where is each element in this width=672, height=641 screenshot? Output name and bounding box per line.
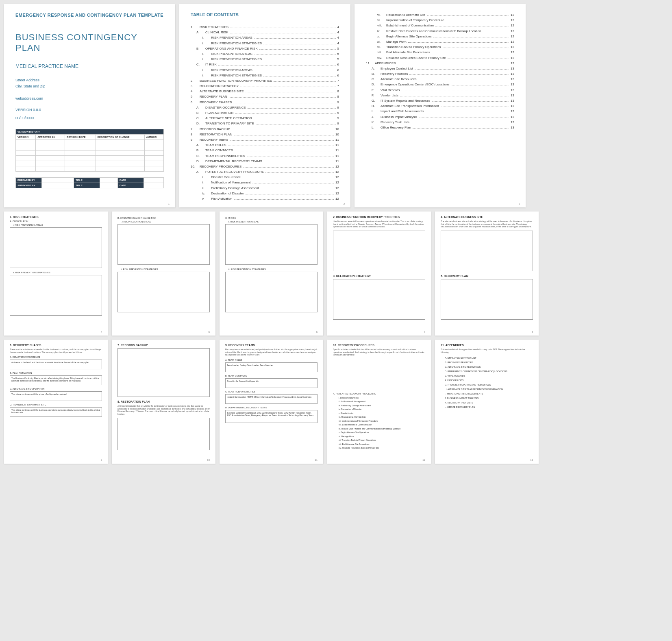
sub-prev-areas: i. RISK PREVENTION AREAS	[225, 220, 318, 223]
body-text: Recovery teams are established, and part…	[225, 348, 318, 356]
list-item: iii. Preliminary Damage Assessment	[339, 404, 425, 408]
web-address: webaddress.com	[15, 96, 164, 100]
toc-entry: A.CLINICAL RISK4	[191, 30, 339, 35]
toc-entry: G.IT System Reports and Resources13	[366, 98, 514, 103]
content-box	[441, 231, 533, 271]
list-item: B. RECOVERY PRIORITIES	[445, 360, 533, 365]
toc-entry: C.IT RISK6	[191, 62, 339, 67]
toc-entry: 4.ALTERNATE BUSINESS SITE8	[191, 89, 339, 94]
toc-entry: i.RISK PREVENTION AREAS4	[191, 35, 339, 40]
toc-entry: B.Recovery Priorities13	[366, 71, 514, 76]
list-item: A. EMPLOYEE CONTACT LIST	[445, 356, 533, 360]
body-text: Used to recover essential business opera…	[333, 220, 425, 228]
page-8: 4. ALTERNATE BUSINESS SITE The alternate…	[435, 211, 539, 336]
toc-entry: B.TEAM CONTACTS11	[191, 148, 339, 153]
list-item: C. ALTERNATE SITE RESOURCES	[445, 365, 533, 369]
toc-entry: D.DEPARTMENTAL RECOVERY TEAMS11	[191, 159, 339, 164]
toc-entry: ix.Restore Data Process and Communicatio…	[366, 28, 514, 34]
toc-entry: 6.RECOVERY PHASES9	[191, 100, 339, 105]
approved-by-label: APPROVED BY	[16, 183, 42, 188]
sec-alt-site: 4. ALTERNATE BUSINESS SITE	[441, 216, 533, 218]
toc-entry: i.Disaster Occurrence12	[191, 174, 339, 180]
col-revdate: REVISION DATE	[65, 135, 96, 140]
content-box	[117, 418, 210, 450]
template-header: EMERGENCY RESPONSE AND CONTINGENCY PLAN …	[15, 12, 164, 18]
page-10: 7. RECORDS BACKUP 8. RESTORATION PLAN Al…	[112, 340, 215, 464]
content-box	[117, 348, 210, 397]
sub-prev-strat: ii. RISK PREVENTION STRATEGIES	[117, 268, 210, 270]
page-number: 2	[344, 203, 345, 205]
content-box	[10, 275, 102, 316]
list-item: xiv. Relocate Resources Back to Primary …	[339, 446, 425, 450]
toc-entry: vi.Relocation to Alternate Site12	[366, 12, 514, 17]
page-11: 9. RECOVERY TEAMS Recovery teams are est…	[220, 340, 323, 464]
content-box	[225, 224, 318, 265]
address-line2: City, State and Zip	[15, 83, 164, 89]
toc-entry: 9.RECOVERY Teams11	[191, 137, 339, 142]
doc-title: BUSINESS CONTINGENCY PLAN	[15, 32, 164, 53]
sub-ops-finance: B. OPERATIONS AND FINANCE RISK	[117, 217, 210, 219]
sub-plan-activation: B. PLAN ACTIVATION	[10, 372, 102, 374]
page-1: EMERGENCY RESPONSE AND CONTINGENCY PLAN …	[4, 4, 175, 207]
toc-header: TABLE OF CONTENTS	[191, 12, 339, 17]
body-text: All important records that are vital to …	[117, 405, 210, 415]
sub-team-contacts: B. TEAM CONTACTS	[225, 375, 318, 377]
sub-team-roles: A. TEAM ROLES	[225, 359, 318, 361]
toc-entry: D.TRANSITION TO PRIMARY SITE9	[191, 121, 339, 126]
page-number: 12	[422, 459, 425, 461]
content-box	[333, 231, 425, 271]
list-item: xiii. End Alternate Site Procedures	[339, 443, 425, 447]
toc-entry: xiv.Relocate Resources Back to Primary S…	[366, 55, 514, 61]
table-row	[16, 150, 164, 156]
toc-entry: 5.RECOVERY PLAN8	[191, 94, 339, 99]
toc-entry: ii.RISK PREVENTION STRATEGIES6	[191, 73, 339, 78]
signoff-table: PREPARED BYTITLEDATE APPROVED BYTITLEDAT…	[15, 177, 164, 188]
date-label: DATE	[118, 178, 144, 183]
list-item: K. RECOVERY TASK LISTS	[445, 401, 533, 405]
toc-entry: I.Impact and Risk Assessments13	[366, 109, 514, 114]
content-box: A disaster is declared, and decisions ar…	[10, 360, 102, 369]
toc-entry: i.RISK PREVENTION AREAS5	[191, 51, 339, 57]
sec-recovery-teams: 9. RECOVERY TEAMS	[225, 344, 318, 347]
sub-it-risk: C. IT RISK	[225, 217, 318, 219]
list-item: iv. Declaration of Disaster	[339, 408, 425, 412]
toc-entry: C.ALTERNATE SITE OPERATION9	[191, 116, 339, 121]
content-box: Business Continuity Coordinator, EOC Com…	[225, 410, 318, 423]
list-item: x. Begin Alternate Site Operations	[339, 431, 425, 435]
procedure-list: i. Disaster Occurrenceii. Notification o…	[333, 396, 425, 450]
toc-entry: 10.RECOVERY PROCEDURES12	[191, 164, 339, 169]
sub-prev-areas: i. RISK PREVENTION AREAS	[117, 220, 210, 223]
page-2: TABLE OF CONTENTS 1.RISK STRATEGIES4A.CL…	[179, 4, 350, 207]
sub-clinical: A. CLINICAL RISK	[10, 220, 102, 222]
page-4: 1. RISK STRATEGIES A. CLINICAL RISK i. R…	[4, 211, 108, 336]
page-7: 2. BUSINESS FUNCTION RECOVERY PRIORITIES…	[327, 211, 431, 336]
toc-entry: xiii.End Alternate Site Procedures12	[366, 50, 514, 55]
page-number: 1	[168, 203, 170, 205]
list-item: vi. Relocation to Alternate Site	[339, 415, 425, 419]
col-version: VERSION	[16, 135, 36, 140]
page-number: 11	[315, 459, 318, 461]
toc-entry: L.Office Recovery Plan13	[366, 125, 514, 130]
version: VERSION 0.0.0	[15, 108, 164, 112]
toc-entry: C.TEAM RESPONSIBILITIES11	[191, 153, 339, 159]
sec-relocation: 3. RELOCATION STRATEGY	[333, 275, 425, 277]
page-5: B. OPERATIONS AND FINANCE RISK i. RISK P…	[112, 211, 215, 336]
col-author: AUTHOR	[144, 135, 163, 140]
page-number: 9	[101, 459, 102, 461]
toc-entry: E.Vital Records13	[366, 87, 514, 93]
table-row	[16, 156, 164, 161]
sec-restoration: 8. RESTORATION PLAN	[117, 400, 210, 403]
list-item: xii. Transition Back to Primary Operatio…	[339, 438, 425, 443]
content-box: Stored in the Contact List Appendix	[225, 378, 318, 388]
sub-prev-areas: i. RISK PREVENTION AREAS	[10, 224, 102, 226]
sub-dept-teams: D. DEPARTMENTAL RECOVERY TEAMS	[225, 406, 318, 409]
sub-prev-strat: ii. RISK PREVENTION STRATEGIES	[10, 271, 102, 274]
page-number: 13	[530, 459, 533, 461]
table-row	[16, 166, 164, 172]
page-12: 10. RECOVERY PROCEDURES Specific activit…	[327, 340, 431, 464]
toc-entry: ii.RISK PREVENTION STRATEGIES4	[191, 41, 339, 46]
toc-entry: A.Employee Contact List13	[366, 66, 514, 71]
content-box: This phase continues until the primary f…	[10, 391, 102, 401]
content-box: The Business Continuity Plan is put into…	[10, 375, 102, 385]
toc-entry: x.Begin Alternate Site Operations12	[366, 34, 514, 39]
